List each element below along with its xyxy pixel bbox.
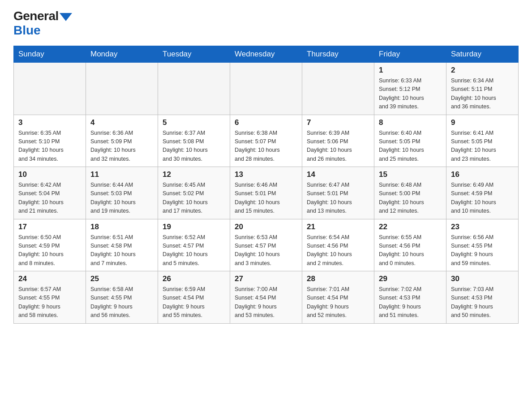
day-number: 24	[18, 274, 81, 283]
logo-general-text: General	[13, 9, 72, 23]
calendar-cell: 9Sunrise: 6:41 AM Sunset: 5:05 PM Daylig…	[446, 115, 519, 167]
day-number: 10	[18, 170, 81, 179]
day-number: 3	[18, 118, 81, 127]
sun-info: Sunrise: 6:59 AM Sunset: 4:54 PM Dayligh…	[163, 285, 225, 320]
calendar-cell: 15Sunrise: 6:48 AM Sunset: 5:00 PM Dayli…	[374, 167, 446, 219]
sun-info: Sunrise: 7:01 AM Sunset: 4:54 PM Dayligh…	[307, 285, 369, 320]
day-number: 30	[451, 274, 514, 283]
day-number: 13	[235, 170, 297, 179]
calendar-cell: 1Sunrise: 6:33 AM Sunset: 5:12 PM Daylig…	[374, 63, 446, 115]
calendar-cell: 30Sunrise: 7:03 AM Sunset: 4:53 PM Dayli…	[446, 271, 519, 324]
day-number: 27	[235, 274, 297, 283]
sun-info: Sunrise: 6:52 AM Sunset: 4:57 PM Dayligh…	[163, 233, 225, 268]
sun-info: Sunrise: 6:42 AM Sunset: 5:04 PM Dayligh…	[18, 181, 81, 216]
calendar-cell: 24Sunrise: 6:57 AM Sunset: 4:55 PM Dayli…	[14, 271, 86, 324]
header-cell-sunday: Sunday	[14, 46, 86, 63]
logo: General Blue	[13, 9, 72, 38]
calendar-cell: 20Sunrise: 6:53 AM Sunset: 4:57 PM Dayli…	[230, 219, 302, 271]
calendar-cell: 29Sunrise: 7:02 AM Sunset: 4:53 PM Dayli…	[374, 271, 446, 324]
day-number: 2	[451, 66, 514, 75]
calendar-table: SundayMondayTuesdayWednesdayThursdayFrid…	[13, 46, 519, 324]
header-cell-tuesday: Tuesday	[158, 46, 230, 63]
calendar-cell: 8Sunrise: 6:40 AM Sunset: 5:05 PM Daylig…	[374, 115, 446, 167]
sun-info: Sunrise: 7:03 AM Sunset: 4:53 PM Dayligh…	[451, 285, 514, 320]
day-number: 25	[90, 274, 153, 283]
calendar-week-row: 1Sunrise: 6:33 AM Sunset: 5:12 PM Daylig…	[14, 63, 519, 115]
calendar-week-row: 24Sunrise: 6:57 AM Sunset: 4:55 PM Dayli…	[14, 271, 519, 324]
calendar-cell: 18Sunrise: 6:51 AM Sunset: 4:58 PM Dayli…	[86, 219, 158, 271]
day-number: 5	[163, 118, 225, 127]
logo-triangle-icon	[60, 13, 72, 21]
day-number: 15	[379, 170, 442, 179]
day-number: 19	[163, 223, 225, 231]
calendar-cell: 4Sunrise: 6:36 AM Sunset: 5:09 PM Daylig…	[86, 115, 158, 167]
day-number: 14	[307, 170, 369, 179]
header-cell-friday: Friday	[374, 46, 446, 63]
calendar-cell	[230, 63, 302, 115]
day-number: 22	[379, 223, 442, 231]
calendar-cell: 11Sunrise: 6:44 AM Sunset: 5:03 PM Dayli…	[86, 167, 158, 219]
day-number: 17	[18, 223, 81, 231]
sun-info: Sunrise: 6:47 AM Sunset: 5:01 PM Dayligh…	[307, 181, 369, 216]
calendar-cell: 6Sunrise: 6:38 AM Sunset: 5:07 PM Daylig…	[230, 115, 302, 167]
day-number: 21	[307, 223, 369, 231]
sun-info: Sunrise: 6:40 AM Sunset: 5:05 PM Dayligh…	[379, 129, 442, 164]
day-number: 9	[451, 118, 514, 127]
sun-info: Sunrise: 6:37 AM Sunset: 5:08 PM Dayligh…	[163, 129, 225, 164]
calendar-cell: 19Sunrise: 6:52 AM Sunset: 4:57 PM Dayli…	[158, 219, 230, 271]
calendar-cell: 21Sunrise: 6:54 AM Sunset: 4:56 PM Dayli…	[302, 219, 374, 271]
calendar-cell: 10Sunrise: 6:42 AM Sunset: 5:04 PM Dayli…	[14, 167, 86, 219]
calendar-cell: 27Sunrise: 7:00 AM Sunset: 4:54 PM Dayli…	[230, 271, 302, 324]
day-number: 16	[451, 170, 514, 179]
calendar-week-row: 17Sunrise: 6:50 AM Sunset: 4:59 PM Dayli…	[14, 219, 519, 271]
day-number: 4	[90, 118, 153, 127]
sun-info: Sunrise: 6:38 AM Sunset: 5:07 PM Dayligh…	[235, 129, 297, 164]
calendar-cell: 2Sunrise: 6:34 AM Sunset: 5:11 PM Daylig…	[446, 63, 519, 115]
header-cell-monday: Monday	[86, 46, 158, 63]
day-number: 18	[90, 223, 153, 231]
calendar-cell	[86, 63, 158, 115]
day-number: 11	[90, 170, 153, 179]
calendar-header-row: SundayMondayTuesdayWednesdayThursdayFrid…	[14, 46, 519, 63]
sun-info: Sunrise: 6:53 AM Sunset: 4:57 PM Dayligh…	[235, 233, 297, 268]
header-cell-wednesday: Wednesday	[230, 46, 302, 63]
calendar-cell: 16Sunrise: 6:49 AM Sunset: 4:59 PM Dayli…	[446, 167, 519, 219]
sun-info: Sunrise: 7:02 AM Sunset: 4:53 PM Dayligh…	[379, 285, 442, 320]
sun-info: Sunrise: 6:50 AM Sunset: 4:59 PM Dayligh…	[18, 233, 81, 268]
calendar-cell	[158, 63, 230, 115]
day-number: 28	[307, 274, 369, 283]
day-number: 12	[163, 170, 225, 179]
sun-info: Sunrise: 6:41 AM Sunset: 5:05 PM Dayligh…	[451, 129, 514, 164]
calendar-cell: 14Sunrise: 6:47 AM Sunset: 5:01 PM Dayli…	[302, 167, 374, 219]
logo-blue-text: Blue	[13, 23, 41, 38]
day-number: 7	[307, 118, 369, 127]
day-number: 29	[379, 274, 442, 283]
sun-info: Sunrise: 6:46 AM Sunset: 5:01 PM Dayligh…	[235, 181, 297, 216]
day-number: 20	[235, 223, 297, 231]
page-header: General Blue	[13, 9, 519, 38]
sun-info: Sunrise: 6:56 AM Sunset: 4:55 PM Dayligh…	[451, 233, 514, 268]
day-number: 26	[163, 274, 225, 283]
sun-info: Sunrise: 6:58 AM Sunset: 4:55 PM Dayligh…	[90, 285, 153, 320]
sun-info: Sunrise: 7:00 AM Sunset: 4:54 PM Dayligh…	[235, 285, 297, 320]
calendar-cell: 7Sunrise: 6:39 AM Sunset: 5:06 PM Daylig…	[302, 115, 374, 167]
calendar-cell: 28Sunrise: 7:01 AM Sunset: 4:54 PM Dayli…	[302, 271, 374, 324]
calendar-cell: 22Sunrise: 6:55 AM Sunset: 4:56 PM Dayli…	[374, 219, 446, 271]
sun-info: Sunrise: 6:55 AM Sunset: 4:56 PM Dayligh…	[379, 233, 442, 268]
day-number: 1	[379, 66, 442, 75]
sun-info: Sunrise: 6:34 AM Sunset: 5:11 PM Dayligh…	[451, 77, 514, 111]
day-number: 23	[451, 223, 514, 231]
calendar-cell: 13Sunrise: 6:46 AM Sunset: 5:01 PM Dayli…	[230, 167, 302, 219]
sun-info: Sunrise: 6:54 AM Sunset: 4:56 PM Dayligh…	[307, 233, 369, 268]
header-cell-saturday: Saturday	[446, 46, 519, 63]
calendar-week-row: 10Sunrise: 6:42 AM Sunset: 5:04 PM Dayli…	[14, 167, 519, 219]
sun-info: Sunrise: 6:39 AM Sunset: 5:06 PM Dayligh…	[307, 129, 369, 164]
sun-info: Sunrise: 6:35 AM Sunset: 5:10 PM Dayligh…	[18, 129, 81, 164]
sun-info: Sunrise: 6:36 AM Sunset: 5:09 PM Dayligh…	[90, 129, 153, 164]
day-number: 6	[235, 118, 297, 127]
sun-info: Sunrise: 6:51 AM Sunset: 4:58 PM Dayligh…	[90, 233, 153, 268]
day-number: 8	[379, 118, 442, 127]
calendar-cell	[302, 63, 374, 115]
calendar-cell: 25Sunrise: 6:58 AM Sunset: 4:55 PM Dayli…	[86, 271, 158, 324]
calendar-cell: 17Sunrise: 6:50 AM Sunset: 4:59 PM Dayli…	[14, 219, 86, 271]
